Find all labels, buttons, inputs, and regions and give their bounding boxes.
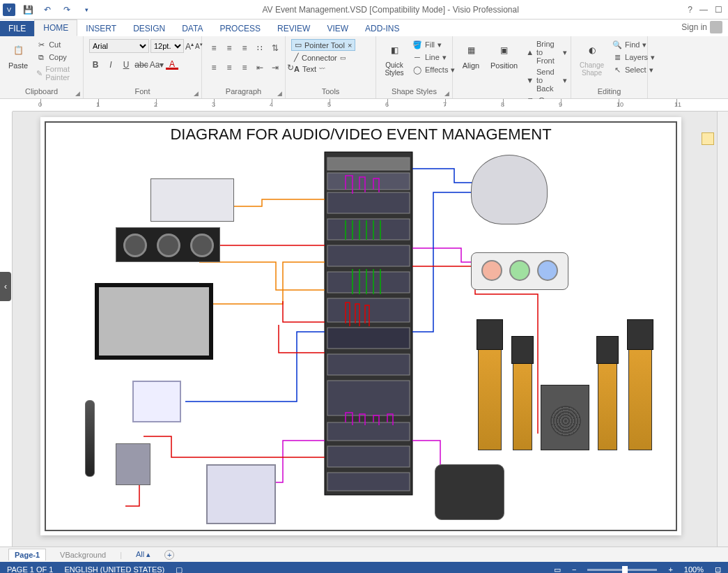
dialog-launcher-icon[interactable]: ◢: [194, 90, 199, 97]
cut-label: Cut: [49, 40, 61, 49]
speaker-tower-3[interactable]: [598, 360, 617, 450]
copy-button[interactable]: ⧉Copy: [35, 52, 77, 63]
change-shape-button[interactable]: ◐Change Shape: [577, 39, 607, 78]
align-right-icon[interactable]: ≡: [238, 42, 251, 54]
speaker-tower-2[interactable]: [513, 360, 532, 450]
text-tool-button[interactable]: AText〰: [291, 64, 328, 74]
cut-icon: ✂: [36, 40, 46, 49]
zoom-in-icon[interactable]: +: [668, 565, 672, 573]
case-button[interactable]: Aa▾: [150, 59, 163, 71]
dialog-launcher-icon[interactable]: ◢: [444, 90, 449, 97]
align-button[interactable]: ▦Align: [458, 39, 483, 71]
qat-customize-icon[interactable]: ▾: [79, 3, 93, 17]
soundbar-shape[interactable]: [116, 227, 220, 262]
dialog-launcher-icon[interactable]: ◢: [277, 90, 282, 97]
subwoofer-shape[interactable]: [541, 385, 589, 450]
macro-record-icon[interactable]: ▢: [176, 565, 183, 574]
decrease-indent-icon[interactable]: ⇤: [254, 61, 266, 74]
tab-home[interactable]: HOME: [34, 20, 77, 36]
page-tab-1[interactable]: Page-1: [8, 549, 46, 560]
freeform-icon[interactable]: 〰: [319, 66, 325, 72]
microphone-shape[interactable]: [85, 400, 95, 477]
rectangle-shape-icon[interactable]: ▭: [340, 54, 346, 61]
font-color-button[interactable]: A: [166, 60, 178, 70]
fit-to-window-icon[interactable]: ⊡: [715, 565, 721, 574]
tab-design[interactable]: DESIGN: [125, 21, 173, 36]
tab-data[interactable]: DATA: [173, 21, 211, 36]
save-icon[interactable]: 💾: [21, 3, 35, 17]
tab-view[interactable]: VIEW: [318, 21, 357, 36]
close-icon[interactable]: ×: [348, 41, 352, 49]
italic-button[interactable]: I: [104, 59, 117, 71]
tab-insert[interactable]: INSERT: [77, 21, 125, 36]
display-pod-shape[interactable]: [435, 464, 504, 520]
wireless-receiver-shape[interactable]: [116, 443, 150, 485]
status-page[interactable]: PAGE 1 OF 1: [7, 565, 53, 573]
strike-button[interactable]: abc: [135, 59, 148, 71]
find-button[interactable]: 🔍Find▾: [611, 39, 656, 50]
camera-shape[interactable]: [150, 178, 234, 222]
satellite-dish-shape[interactable]: [471, 155, 548, 224]
minimize-icon[interactable]: —: [699, 5, 708, 15]
comment-indicator-icon[interactable]: [702, 132, 714, 145]
effects-button[interactable]: ◯Effects▾: [411, 64, 456, 75]
drawing-page[interactable]: DIAGRAM FOR AUDIO/VIDEO EVENT MANAGEMENT: [40, 117, 681, 535]
paste-button[interactable]: 📋 Paste: [6, 39, 31, 71]
pointer-tool-button[interactable]: ▭Pointer Tool×: [291, 39, 355, 51]
canvas[interactable]: DIAGRAM FOR AUDIO/VIDEO EVENT MANAGEMENT: [13, 112, 717, 547]
quick-styles-label: Quick Styles: [385, 61, 404, 77]
align-top-icon[interactable]: ≡: [208, 61, 220, 74]
cut-button[interactable]: ✂Cut: [35, 39, 77, 50]
speaker-tower-1[interactable]: [478, 346, 502, 450]
presentation-mode-icon[interactable]: ▭: [554, 565, 561, 574]
touch-controller-shape[interactable]: [206, 464, 276, 524]
zoom-slider[interactable]: [587, 569, 657, 571]
align-center-icon[interactable]: ≡: [223, 42, 235, 54]
bring-to-front-button[interactable]: ▲Bring to Front▾: [525, 39, 568, 66]
connector-tool-button[interactable]: ╱Connector▭: [291, 52, 349, 63]
select-button[interactable]: ↖Select▾: [611, 64, 656, 75]
undo-icon[interactable]: ↶: [40, 3, 54, 17]
monitor-shape[interactable]: [95, 283, 213, 360]
font-size-select[interactable]: 12pt.: [150, 39, 184, 53]
zoom-level[interactable]: 100%: [684, 565, 704, 573]
underline-button[interactable]: U: [120, 59, 132, 71]
zoom-out-icon[interactable]: −: [572, 565, 576, 573]
increase-indent-icon[interactable]: ⇥: [269, 61, 281, 74]
redo-icon[interactable]: ↷: [60, 3, 74, 17]
quick-styles-button[interactable]: ◧ Quick Styles: [382, 39, 407, 78]
tab-file[interactable]: FILE: [0, 21, 34, 36]
fill-button[interactable]: 🪣Fill▾: [411, 39, 456, 50]
align-middle-icon[interactable]: ≡: [223, 61, 235, 74]
page-tab-vbackground[interactable]: VBackground: [54, 549, 111, 560]
align-bottom-icon[interactable]: ≡: [238, 61, 251, 74]
font-family-select[interactable]: Arial: [89, 39, 149, 53]
help-icon[interactable]: ?: [688, 5, 692, 15]
line-button[interactable]: ─Line▾: [411, 52, 456, 63]
shapes-pane-expand[interactable]: ‹: [0, 272, 11, 301]
line-spacing-icon[interactable]: ⇅: [269, 42, 281, 54]
tab-review[interactable]: REVIEW: [269, 21, 318, 36]
bullets-icon[interactable]: ∷: [254, 42, 266, 54]
format-painter-button[interactable]: ✎Format Painter: [35, 64, 77, 82]
status-language[interactable]: ENGLISH (UNITED STATES): [64, 565, 164, 573]
clipboard-group-label: Clipboard◢: [6, 87, 77, 97]
dialog-launcher-icon[interactable]: ◢: [75, 90, 80, 97]
layers-button[interactable]: ≣Layers▾: [611, 52, 656, 63]
tab-addins[interactable]: ADD-INS: [357, 21, 408, 36]
projector-shape[interactable]: [471, 252, 568, 290]
grow-font-icon[interactable]: A▴: [185, 41, 194, 52]
send-to-back-button[interactable]: ▼Send to Back▾: [525, 67, 568, 93]
page-tab-all[interactable]: All ▴: [130, 549, 156, 560]
text-label: Text: [302, 65, 316, 73]
tab-process[interactable]: PROCESS: [211, 21, 269, 36]
restore-icon[interactable]: ☐: [715, 5, 722, 15]
speaker-tower-4[interactable]: [628, 346, 652, 450]
new-page-icon[interactable]: +: [164, 550, 174, 560]
sign-in[interactable]: Sign in: [676, 18, 728, 36]
control-panel-shape[interactable]: [132, 381, 181, 422]
scrollbar-vertical[interactable]: [717, 112, 728, 547]
align-left-icon[interactable]: ≡: [208, 42, 220, 54]
bold-button[interactable]: B: [89, 59, 102, 71]
position-button[interactable]: ▣Position: [488, 39, 520, 71]
